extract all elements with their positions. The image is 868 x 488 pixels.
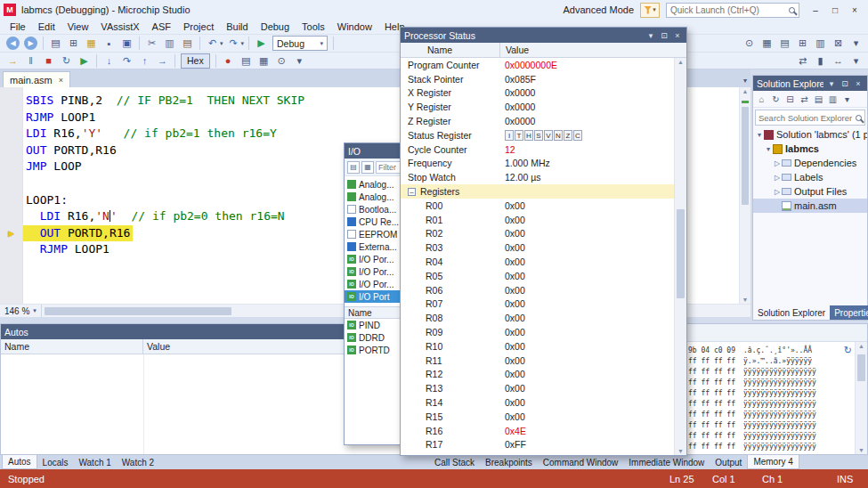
processor-status-row[interactable]: R050x00 bbox=[401, 269, 674, 283]
horizontal-scrollbar-thumb[interactable] bbox=[45, 307, 231, 315]
tab-watch-1[interactable]: Watch 1 bbox=[73, 455, 116, 469]
add-item-icon[interactable]: ⊞ bbox=[65, 36, 82, 52]
menu-asf[interactable]: ASF bbox=[146, 20, 177, 33]
window-menu-icon[interactable]: ▾ bbox=[645, 31, 656, 40]
expander-icon[interactable]: ▾ bbox=[764, 145, 773, 153]
collapse-icon[interactable]: – bbox=[408, 188, 416, 196]
expander-icon[interactable]: ▷ bbox=[773, 188, 782, 196]
close-icon[interactable]: × bbox=[59, 76, 63, 85]
editor-vertical-scrollbar[interactable]: ▲ ▼ bbox=[739, 87, 750, 304]
flag-z[interactable]: Z bbox=[564, 130, 572, 141]
menu-debug[interactable]: Debug bbox=[255, 20, 296, 33]
flag-t[interactable]: T bbox=[515, 130, 523, 141]
navigate-icon[interactable]: ↔ bbox=[830, 53, 847, 69]
tab-properties[interactable]: Properties bbox=[830, 305, 868, 320]
gutter-cell[interactable] bbox=[0, 159, 22, 175]
nav-forward-icon[interactable]: ▶ bbox=[24, 37, 37, 50]
close-icon[interactable]: × bbox=[853, 79, 864, 88]
scroll-down-icon[interactable]: ▼ bbox=[740, 297, 750, 303]
tab-call-stack[interactable]: Call Stack bbox=[429, 455, 480, 469]
show-next-statement-icon[interactable]: → bbox=[4, 53, 21, 69]
expander-icon[interactable]: ▷ bbox=[773, 159, 782, 167]
tab-locals[interactable]: Locals bbox=[37, 455, 74, 469]
scroll-up-icon[interactable]: ▲ bbox=[856, 343, 867, 349]
processor-status-row[interactable]: R080x00 bbox=[401, 311, 674, 325]
run-to-cursor-icon[interactable]: → bbox=[154, 53, 171, 69]
processor-status-scrollbar[interactable]: ▲ ▼ bbox=[674, 58, 686, 455]
processor-status-row[interactable]: R070x00 bbox=[401, 297, 674, 312]
flag-n[interactable]: N bbox=[554, 130, 563, 141]
pin-icon[interactable]: ⊡ bbox=[659, 31, 669, 40]
overflow-icon[interactable]: ▾ bbox=[840, 93, 854, 106]
current-statement-arrow[interactable]: ► bbox=[0, 225, 22, 242]
tab-breakpoints[interactable]: Breakpoints bbox=[480, 455, 538, 469]
tab-solution-explorer[interactable]: Solution Explorer bbox=[753, 305, 830, 320]
column-header-value[interactable]: Value bbox=[500, 43, 686, 57]
open-file-icon[interactable]: ▦ bbox=[83, 36, 100, 52]
save-all-icon[interactable]: ▣ bbox=[118, 36, 135, 52]
processor-status-row[interactable]: Stack Pointer0x085F bbox=[401, 72, 674, 86]
gutter-cell[interactable] bbox=[0, 126, 22, 142]
processor-status-row[interactable]: R120x00 bbox=[401, 368, 674, 382]
expander-icon[interactable]: ▷ bbox=[773, 174, 782, 182]
menu-file[interactable]: File bbox=[4, 20, 32, 33]
pin-icon[interactable]: ⊡ bbox=[840, 79, 850, 88]
undo-icon[interactable]: ↶ bbox=[204, 36, 221, 52]
close-icon[interactable]: × bbox=[672, 31, 683, 40]
chevron-down-icon[interactable]: ▾ bbox=[220, 40, 223, 47]
watch-window-icon[interactable]: ⊙ bbox=[273, 53, 290, 69]
menu-edit[interactable]: Edit bbox=[32, 20, 61, 33]
processor-status-row[interactable]: Status RegisterITHSVNZC bbox=[401, 128, 674, 142]
processor-status-row[interactable]: R000x00 bbox=[401, 199, 674, 213]
object-browser-icon[interactable]: ⊞ bbox=[794, 36, 811, 52]
window-menu-icon[interactable]: ▾ bbox=[826, 79, 837, 88]
menu-window[interactable]: Window bbox=[331, 20, 378, 33]
processor-status-row[interactable]: R170xFF bbox=[401, 438, 674, 452]
solution-explorer-icon[interactable]: ▦ bbox=[758, 36, 775, 52]
show-all-files-icon[interactable]: ▤ bbox=[812, 93, 825, 106]
gutter-cell[interactable] bbox=[0, 241, 22, 258]
processor-status-row[interactable]: R020x00 bbox=[401, 227, 674, 241]
flag-h[interactable]: H bbox=[524, 130, 533, 141]
tab-output[interactable]: Output bbox=[710, 455, 747, 469]
memory-window-icon[interactable]: ▦ bbox=[256, 53, 272, 69]
scroll-down-icon[interactable]: ▼ bbox=[675, 448, 686, 454]
continue-icon[interactable]: ▶ bbox=[76, 53, 93, 69]
tree-item-labmcs[interactable]: ▾labmcs bbox=[753, 142, 867, 156]
tab-memory-4[interactable]: Memory 4 bbox=[747, 455, 799, 469]
cut-icon[interactable]: ✂ bbox=[143, 36, 160, 52]
start-debug-icon[interactable]: ▶ bbox=[253, 36, 270, 52]
gutter-cell[interactable] bbox=[0, 208, 22, 225]
chevron-down-icon[interactable]: ▾ bbox=[241, 40, 245, 47]
solution-explorer-header[interactable]: Solution Explorer ▾⊡× bbox=[753, 76, 867, 91]
processor-status-row[interactable]: R150x00 bbox=[401, 410, 674, 424]
toolbar-overflow-icon[interactable]: ▾ bbox=[848, 36, 864, 52]
tree-item-dependencies[interactable]: ▷Dependencies bbox=[753, 156, 867, 170]
home-icon[interactable]: ⌂ bbox=[755, 93, 768, 106]
processor-status-row[interactable]: R030x00 bbox=[401, 240, 674, 255]
zoom-control[interactable]: 146 % ▾ bbox=[0, 305, 42, 317]
scrollbar-thumb[interactable] bbox=[857, 354, 865, 381]
column-header-name[interactable]: Name bbox=[1, 339, 143, 354]
processor-status-row[interactable]: R100x00 bbox=[401, 339, 674, 354]
processor-status-row[interactable]: R140x00 bbox=[401, 395, 674, 410]
refresh-icon[interactable]: ↻ bbox=[769, 93, 783, 106]
step-out-icon[interactable]: ↑ bbox=[136, 53, 153, 69]
processor-status-row[interactable]: R010x00 bbox=[401, 213, 674, 227]
processor-status-row[interactable]: Frequency1.000 MHz bbox=[401, 157, 674, 171]
hex-toggle-button[interactable]: Hex bbox=[181, 53, 210, 69]
tree-item-solution-labmcs-1-project-[interactable]: ▾Solution 'labmcs' (1 project) bbox=[753, 127, 867, 142]
flag-s[interactable]: S bbox=[534, 130, 543, 141]
save-icon[interactable]: ▪ bbox=[101, 36, 118, 52]
sync-icon[interactable]: ⇄ bbox=[798, 93, 811, 106]
extensions-icon[interactable]: ⊠ bbox=[830, 36, 847, 52]
column-header-name[interactable]: Name bbox=[401, 43, 500, 57]
title-bar[interactable]: M labmcs (Debugging) - Microchip Studio … bbox=[0, 0, 868, 20]
tree-item-output-files[interactable]: ▷Output Files bbox=[753, 184, 867, 199]
tree-item-labels[interactable]: ▷Labels bbox=[753, 170, 867, 184]
tab-watch-2[interactable]: Watch 2 bbox=[117, 455, 159, 469]
scroll-up-icon[interactable]: ▲ bbox=[740, 88, 750, 94]
paste-icon[interactable]: ▤ bbox=[179, 36, 196, 52]
properties-icon[interactable]: ▥ bbox=[826, 93, 840, 106]
toolbox-icon[interactable]: ▥ bbox=[812, 36, 829, 52]
